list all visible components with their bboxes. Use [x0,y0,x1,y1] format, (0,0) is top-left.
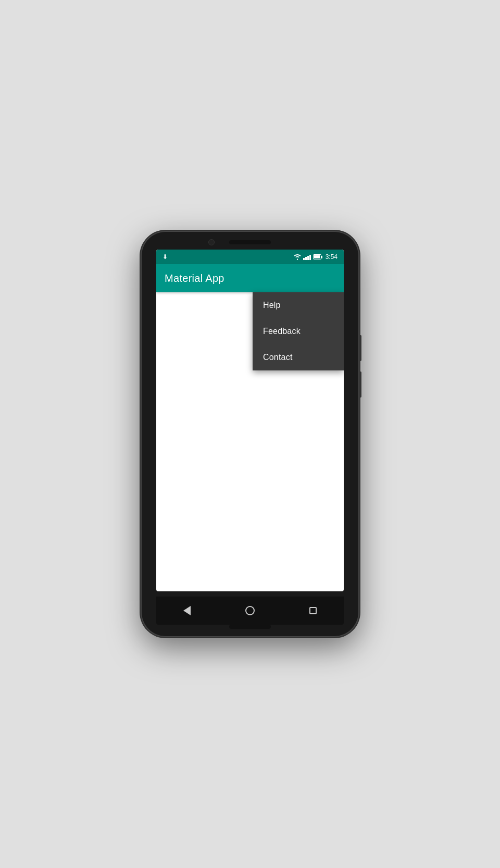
back-icon [183,606,191,615]
menu-item-help[interactable]: Help [253,292,344,318]
dropdown-menu: Help Feedback Contact [253,292,344,370]
back-button[interactable] [173,602,201,619]
status-left: ⬇ [162,253,168,261]
battery-icon [313,254,322,259]
phone-device: ⬇ [141,231,359,637]
navigation-bar [156,597,344,625]
front-camera [208,239,215,245]
recents-button[interactable] [299,603,327,618]
status-bar: ⬇ [156,250,344,264]
volume-down-button[interactable] [359,371,361,398]
signal-icon [303,254,311,260]
menu-item-feedback[interactable]: Feedback [253,318,344,344]
home-icon [245,606,255,615]
wifi-icon [294,254,301,260]
app-title: Material App [165,272,224,284]
download-icon: ⬇ [162,253,168,261]
status-right: 3:54 [294,253,338,261]
toolbar: Material App [156,264,344,292]
volume-up-button[interactable] [359,335,361,361]
phone-screen: ⬇ [156,250,344,591]
recents-icon [309,607,317,614]
speaker-bottom [229,625,271,629]
menu-item-contact[interactable]: Contact [253,344,344,370]
status-time: 3:54 [326,253,338,261]
home-button[interactable] [235,602,265,619]
speaker-top [229,240,271,244]
